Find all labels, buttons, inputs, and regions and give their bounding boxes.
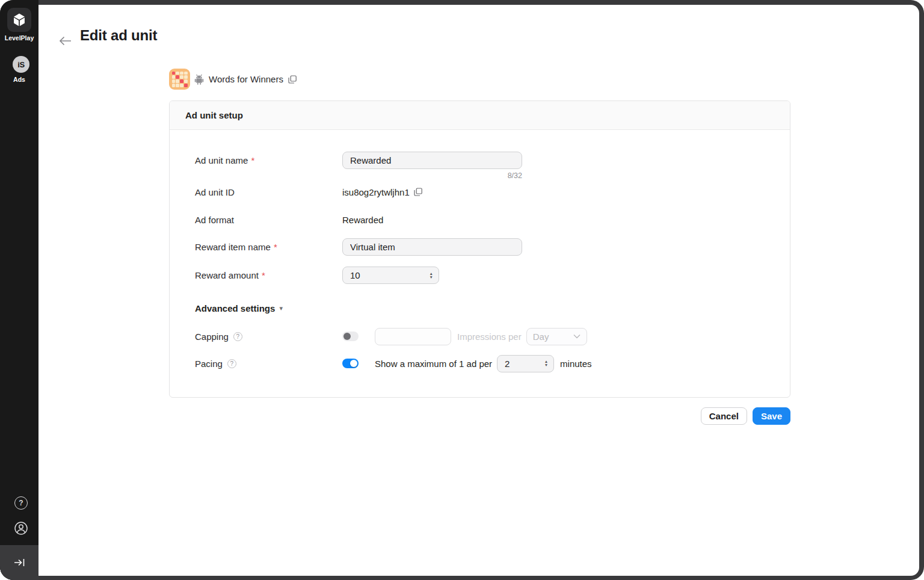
required-asterisk: * <box>251 155 254 165</box>
cancel-button[interactable]: Cancel <box>701 407 747 425</box>
capping-toggle[interactable] <box>342 332 359 341</box>
capping-label: Capping ? <box>195 332 342 342</box>
pacing-row: Pacing ? Show a maximum of 1 ad per ▲▼ m… <box>195 354 790 372</box>
pacing-help-icon[interactable]: ? <box>227 359 236 368</box>
reward-item-name-label: Reward item name* <box>195 242 342 252</box>
ad-unit-name-row: Ad unit name* 8/32 <box>195 152 790 182</box>
page-title: Edit ad unit <box>80 27 157 44</box>
ad-unit-id-value: isu8og2rytwljhn1 <box>342 187 410 197</box>
back-button[interactable] <box>58 34 72 48</box>
pacing-toggle[interactable] <box>342 359 359 368</box>
levelplay-logo[interactable] <box>7 8 31 32</box>
ad-format-label: Ad format <box>195 215 342 225</box>
sidebar: LevelPlay iS Ads ? <box>0 0 38 580</box>
char-counter: 8/32 <box>342 171 522 182</box>
reward-amount-label: Reward amount* <box>195 270 342 280</box>
reward-item-name-row: Reward item name* <box>195 238 790 256</box>
stepper-icon[interactable]: ▲▼ <box>544 360 548 367</box>
reward-amount-input[interactable] <box>342 267 439 284</box>
back-arrow-icon <box>59 36 72 46</box>
reward-item-name-input[interactable] <box>342 238 522 256</box>
ironsource-ads-icon[interactable]: iS <box>13 56 29 73</box>
ad-unit-name-input[interactable] <box>342 152 522 169</box>
ad-unit-id-row: Ad unit ID isu8og2rytwljhn1 <box>195 185 790 199</box>
form-actions: Cancel Save <box>169 407 790 425</box>
copy-id-icon[interactable] <box>414 188 422 196</box>
expand-arrow-icon <box>14 558 25 567</box>
save-button[interactable]: Save <box>753 407 790 425</box>
pacing-suffix-text: minutes <box>560 359 592 369</box>
capping-row: Capping ? Impressions per Day <box>195 327 790 345</box>
app-window: LevelPlay iS Ads ? Edit ad u <box>0 0 924 580</box>
help-icon[interactable]: ? <box>14 496 28 510</box>
capping-help-icon[interactable]: ? <box>233 332 242 341</box>
card-title: Ad unit setup <box>170 101 790 130</box>
sidebar-ads-label: Ads <box>0 76 38 83</box>
advanced-settings-toggle[interactable]: Advanced settings ▾ <box>195 302 790 314</box>
sidebar-collapse-button[interactable] <box>0 545 38 580</box>
ad-format-row: Ad format Rewarded <box>195 213 790 226</box>
ad-unit-setup-card: Ad unit setup Ad unit name* 8/32 <box>169 100 790 398</box>
pacing-prefix-text: Show a maximum of 1 ad per <box>375 359 492 369</box>
required-asterisk: * <box>262 270 265 280</box>
reward-amount-row: Reward amount* ▲▼ <box>195 267 790 284</box>
pacing-label: Pacing ? <box>195 359 342 369</box>
capping-period-select[interactable]: Day <box>526 328 587 345</box>
app-icon <box>169 69 190 90</box>
android-platform-icon <box>194 74 204 85</box>
caret-down-icon: ▾ <box>279 304 283 312</box>
sidebar-product-label: LevelPlay <box>0 34 38 42</box>
capping-value-input[interactable] <box>375 328 451 345</box>
app-info-row: Words for Winners <box>169 69 297 90</box>
account-icon[interactable] <box>14 521 28 538</box>
ad-unit-id-label: Ad unit ID <box>195 187 342 197</box>
stepper-icon[interactable]: ▲▼ <box>430 272 433 279</box>
chevron-down-icon <box>573 334 581 339</box>
required-asterisk: * <box>274 242 277 252</box>
main-content: Edit ad unit <box>38 5 919 576</box>
ad-unit-name-label: Ad unit name* <box>195 152 342 169</box>
ad-format-value: Rewarded <box>342 215 383 225</box>
app-name: Words for Winners <box>209 74 283 84</box>
unity-cube-icon <box>11 12 27 28</box>
capping-unit-text: Impressions per <box>457 332 522 342</box>
copy-app-icon[interactable] <box>288 75 297 84</box>
